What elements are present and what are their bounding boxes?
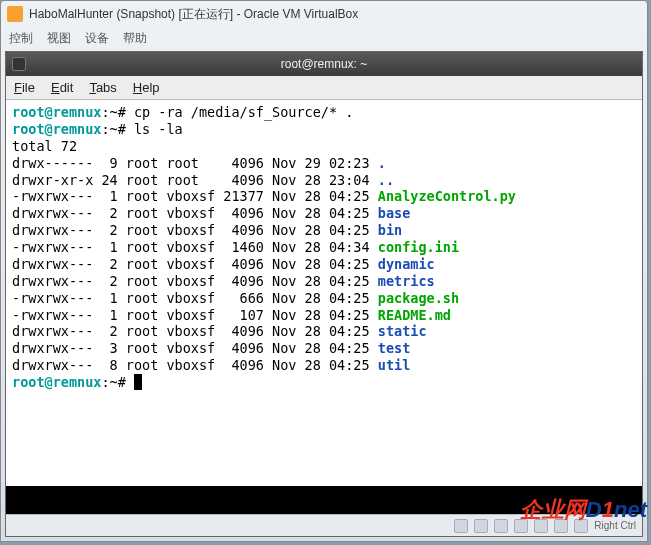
status-icon[interactable] xyxy=(494,519,508,533)
status-icon[interactable] xyxy=(454,519,468,533)
status-icon[interactable] xyxy=(554,519,568,533)
outer-title: HaboMalHunter (Snapshot) [正在运行] - Oracle… xyxy=(29,6,358,23)
menu-tabs[interactable]: Tabs xyxy=(89,80,116,95)
terminal-blank-area xyxy=(6,486,642,514)
status-icon[interactable] xyxy=(534,519,548,533)
status-icon[interactable] xyxy=(574,519,588,533)
virtualbox-statusbar: Right Ctrl xyxy=(6,514,642,536)
status-icon[interactable] xyxy=(474,519,488,533)
terminal-icon xyxy=(12,57,26,71)
menu-edit[interactable]: Edit xyxy=(51,80,73,95)
terminal-output[interactable]: root@remnux:~# cp -ra /media/sf_Source/*… xyxy=(6,100,642,486)
status-icon[interactable] xyxy=(514,519,528,533)
outer-titlebar[interactable]: HaboMalHunter (Snapshot) [正在运行] - Oracle… xyxy=(1,1,647,27)
outer-menu-item[interactable]: 视图 xyxy=(47,30,71,47)
virtualbox-window: HaboMalHunter (Snapshot) [正在运行] - Oracle… xyxy=(0,0,648,542)
inner-menubar: File Edit Tabs Help xyxy=(6,76,642,100)
outer-menu-item[interactable]: 帮助 xyxy=(123,30,147,47)
inner-title: root@remnux: ~ xyxy=(281,57,368,71)
virtualbox-icon xyxy=(7,6,23,22)
inner-titlebar[interactable]: root@remnux: ~ xyxy=(6,52,642,76)
outer-menu-item[interactable]: 设备 xyxy=(85,30,109,47)
outer-menubar: 控制 视图 设备 帮助 xyxy=(1,27,647,49)
outer-menu-item[interactable]: 控制 xyxy=(9,30,33,47)
status-text: Right Ctrl xyxy=(594,520,636,531)
menu-file[interactable]: File xyxy=(14,80,35,95)
terminal-window: root@remnux: ~ File Edit Tabs Help root@… xyxy=(5,51,643,537)
menu-help[interactable]: Help xyxy=(133,80,160,95)
